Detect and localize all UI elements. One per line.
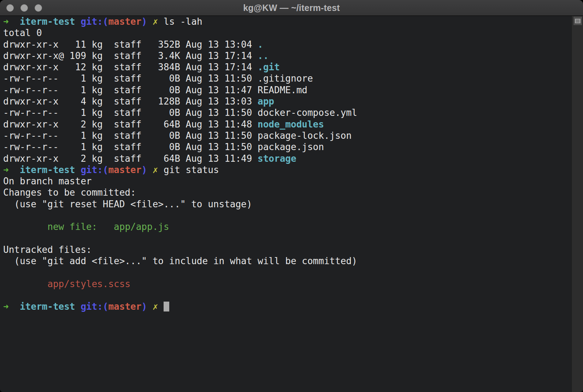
terminal-text: drwxr-xr-x 2 kg staff 64B Aug 13 11:49 [3, 153, 258, 164]
terminal-line [3, 290, 572, 301]
terminal-text: ✗ [153, 165, 158, 175]
terminal-line [3, 233, 572, 244]
terminal-line: drwxr-xr-x 2 kg staff 64B Aug 13 11:48 n… [3, 119, 572, 130]
terminal-text: app/styles.scss [47, 279, 130, 289]
scrollbar-top-button[interactable] [573, 17, 582, 25]
terminal-line: -rw-r--r-- 1 kg staff 0B Aug 13 11:50 do… [3, 107, 572, 118]
terminal-text [9, 301, 20, 312]
terminal-text [158, 301, 164, 312]
terminal-text: ls -lah [158, 16, 202, 27]
terminal-text: git:( [81, 165, 108, 175]
terminal-text: (use "git add <file>..." to include in w… [3, 256, 357, 266]
terminal-line: drwxr-xr-x 12 kg staff 384B Aug 13 17:14… [3, 61, 572, 73]
terminal-line: Untracked files: [3, 244, 572, 255]
terminal-text [9, 165, 20, 175]
terminal-text: storage [258, 153, 296, 164]
terminal-text: ➜ [3, 16, 9, 27]
terminal-text: drwxr-xr-x 2 kg staff 64B Aug 13 11:48 [3, 119, 258, 130]
terminal-text: master [108, 301, 141, 312]
terminal-text: drwxr-xr-x 11 kg staff 352B Aug 13 13:04 [3, 39, 258, 50]
terminal-text [147, 16, 153, 27]
terminal-line: app/styles.scss [3, 278, 572, 290]
terminal-text: ➜ [3, 165, 9, 175]
terminal-line: (use "git add <file>..." to include in w… [3, 255, 572, 267]
terminal-text: master [108, 16, 141, 27]
split-pane-icon [575, 19, 581, 23]
window-titlebar[interactable]: kg@KW — ~/iterm-test [0, 0, 583, 16]
terminal-text: iterm-test [20, 301, 75, 312]
terminal-text: drwxr-xr-x@ 109 kg staff 3.4K Aug 13 17:… [3, 51, 258, 61]
terminal-text: iterm-test [20, 165, 75, 175]
terminal-text: ) [141, 301, 147, 312]
terminal-text: -rw-r--r-- 1 kg staff 0B Aug 13 11:50 .g… [3, 73, 313, 84]
terminal-text: On branch master [3, 176, 92, 186]
terminal-line: -rw-r--r-- 1 kg staff 0B Aug 13 11:50 .g… [3, 73, 572, 84]
terminal-window: kg@KW — ~/iterm-test ➜ iterm-test git:(m… [0, 0, 583, 392]
terminal-text: total 0 [3, 28, 42, 38]
terminal-text: drwxr-xr-x 12 kg staff 384B Aug 13 17:14 [3, 62, 258, 72]
block-cursor [164, 302, 169, 311]
terminal-text: git:( [81, 301, 108, 312]
terminal-text: drwxr-xr-x 4 kg staff 128B Aug 13 13:03 [3, 96, 258, 107]
terminal-line: -rw-r--r-- 1 kg staff 0B Aug 13 11:50 pa… [3, 141, 572, 153]
terminal-text: -rw-r--r-- 1 kg staff 0B Aug 13 11:50 do… [3, 107, 357, 118]
terminal-line [3, 210, 572, 221]
terminal-text: app [258, 96, 274, 107]
terminal-text: ✗ [153, 16, 158, 27]
terminal-line: drwxr-xr-x 2 kg staff 64B Aug 13 11:49 s… [3, 153, 572, 164]
terminal-text: ) [141, 165, 147, 175]
terminal-line: drwxr-xr-x@ 109 kg staff 3.4K Aug 13 17:… [3, 50, 572, 61]
terminal-text: ) [141, 16, 147, 27]
terminal-screen[interactable]: ➜ iterm-test git:(master) ✗ ls -lahtotal… [0, 16, 572, 392]
terminal-text [147, 301, 153, 312]
terminal-line: new file: app/app.js [3, 221, 572, 232]
terminal-text: .. [258, 51, 269, 61]
terminal-text [75, 16, 81, 27]
terminal-text: . [258, 39, 263, 50]
terminal-text: ➜ [3, 301, 9, 312]
terminal-text [3, 279, 47, 289]
scrollbar-track[interactable] [571, 16, 583, 392]
terminal-line: (use "git reset HEAD <file>..." to unsta… [3, 198, 572, 210]
terminal-text: master [108, 165, 141, 175]
terminal-text: new file: app/app.js [47, 221, 169, 232]
terminal-text [147, 165, 153, 175]
terminal-text: ✗ [153, 301, 158, 312]
terminal-text: Untracked files: [3, 244, 92, 255]
terminal-line: -rw-r--r-- 1 kg staff 0B Aug 13 11:50 pa… [3, 130, 572, 141]
terminal-text [75, 301, 81, 312]
terminal-text: git status [158, 165, 219, 175]
terminal-line: -rw-r--r-- 1 kg staff 0B Aug 13 11:47 RE… [3, 84, 572, 96]
terminal-body: ➜ iterm-test git:(master) ✗ ls -lahtotal… [0, 16, 583, 392]
terminal-text [75, 165, 81, 175]
terminal-text [3, 221, 47, 232]
terminal-text: iterm-test [20, 16, 75, 27]
terminal-text: -rw-r--r-- 1 kg staff 0B Aug 13 11:50 pa… [3, 130, 352, 141]
terminal-line: On branch master [3, 176, 572, 187]
window-title: kg@KW — ~/iterm-test [0, 3, 583, 13]
terminal-text: (use "git reset HEAD <file>..." to unsta… [3, 199, 252, 209]
terminal-line: total 0 [3, 27, 572, 38]
terminal-text: git:( [81, 16, 108, 27]
terminal-line: drwxr-xr-x 4 kg staff 128B Aug 13 13:03 … [3, 96, 572, 107]
terminal-line [3, 267, 572, 278]
terminal-line: ➜ iterm-test git:(master) ✗ [3, 301, 572, 312]
terminal-line: ➜ iterm-test git:(master) ✗ git status [3, 164, 572, 176]
terminal-text: -rw-r--r-- 1 kg staff 0B Aug 13 11:50 pa… [3, 142, 324, 152]
terminal-line: ➜ iterm-test git:(master) ✗ ls -lah [3, 16, 572, 27]
terminal-text: .git [258, 62, 280, 72]
terminal-line: Changes to be committed: [3, 187, 572, 198]
terminal-text: node_modules [258, 119, 324, 130]
terminal-line: drwxr-xr-x 11 kg staff 352B Aug 13 13:04… [3, 39, 572, 50]
terminal-text: -rw-r--r-- 1 kg staff 0B Aug 13 11:47 RE… [3, 85, 307, 95]
terminal-text [9, 16, 20, 27]
terminal-text: Changes to be committed: [3, 187, 136, 198]
